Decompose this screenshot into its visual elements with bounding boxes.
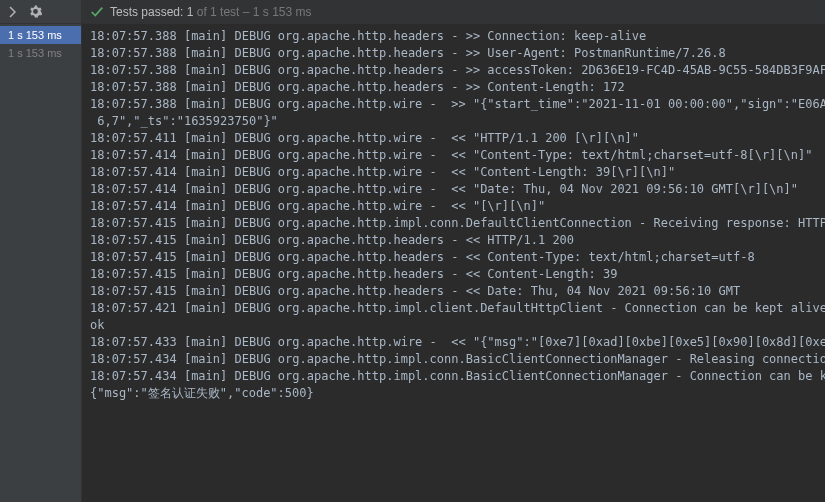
test-result-row[interactable]: 1 s 153 ms (0, 26, 81, 44)
test-status-bar: Tests passed: 1 of 1 test – 1 s 153 ms (82, 0, 825, 24)
test-tree-sidebar: 1 s 153 ms 1 s 153 ms (0, 0, 82, 502)
log-line: 18:07:57.388 [main] DEBUG org.apache.htt… (82, 45, 825, 62)
log-line: 18:07:57.414 [main] DEBUG org.apache.htt… (82, 147, 825, 164)
log-line: 18:07:57.414 [main] DEBUG org.apache.htt… (82, 164, 825, 181)
log-line: 18:07:57.434 [main] DEBUG org.apache.htt… (82, 368, 825, 385)
sidebar-toolbar (0, 0, 81, 24)
main-panel: Tests passed: 1 of 1 test – 1 s 153 ms 1… (82, 0, 825, 502)
log-line: ok (82, 317, 825, 334)
log-line: 18:07:57.415 [main] DEBUG org.apache.htt… (82, 283, 825, 300)
log-line: 18:07:57.415 [main] DEBUG org.apache.htt… (82, 232, 825, 249)
console-log[interactable]: 18:07:57.388 [main] DEBUG org.apache.htt… (82, 24, 825, 502)
log-line: 18:07:57.421 [main] DEBUG org.apache.htt… (82, 300, 825, 317)
log-line: 18:07:57.434 [main] DEBUG org.apache.htt… (82, 351, 825, 368)
log-line: 18:07:57.433 [main] DEBUG org.apache.htt… (82, 334, 825, 351)
test-result-row[interactable]: 1 s 153 ms (0, 44, 81, 62)
expand-icon[interactable] (6, 5, 20, 19)
check-icon (90, 5, 104, 19)
log-line: {"msg":"签名认证失败","code":500} (82, 385, 825, 402)
log-line: 18:07:57.388 [main] DEBUG org.apache.htt… (82, 62, 825, 79)
log-line: 6,7","_ts":"1635923750"}" (82, 113, 825, 130)
log-line: 18:07:57.415 [main] DEBUG org.apache.htt… (82, 215, 825, 232)
log-line: 18:07:57.388 [main] DEBUG org.apache.htt… (82, 79, 825, 96)
log-line: 18:07:57.388 [main] DEBUG org.apache.htt… (82, 96, 825, 113)
log-line: 18:07:57.414 [main] DEBUG org.apache.htt… (82, 198, 825, 215)
log-line: 18:07:57.388 [main] DEBUG org.apache.htt… (82, 28, 825, 45)
log-line: 18:07:57.415 [main] DEBUG org.apache.htt… (82, 266, 825, 283)
log-line: 18:07:57.411 [main] DEBUG org.apache.htt… (82, 130, 825, 147)
log-line: 18:07:57.415 [main] DEBUG org.apache.htt… (82, 249, 825, 266)
gear-icon[interactable] (28, 5, 42, 19)
test-result-list: 1 s 153 ms 1 s 153 ms (0, 24, 81, 64)
log-line: 18:07:57.414 [main] DEBUG org.apache.htt… (82, 181, 825, 198)
tests-passed-label: Tests passed: 1 of 1 test – 1 s 153 ms (110, 5, 312, 19)
